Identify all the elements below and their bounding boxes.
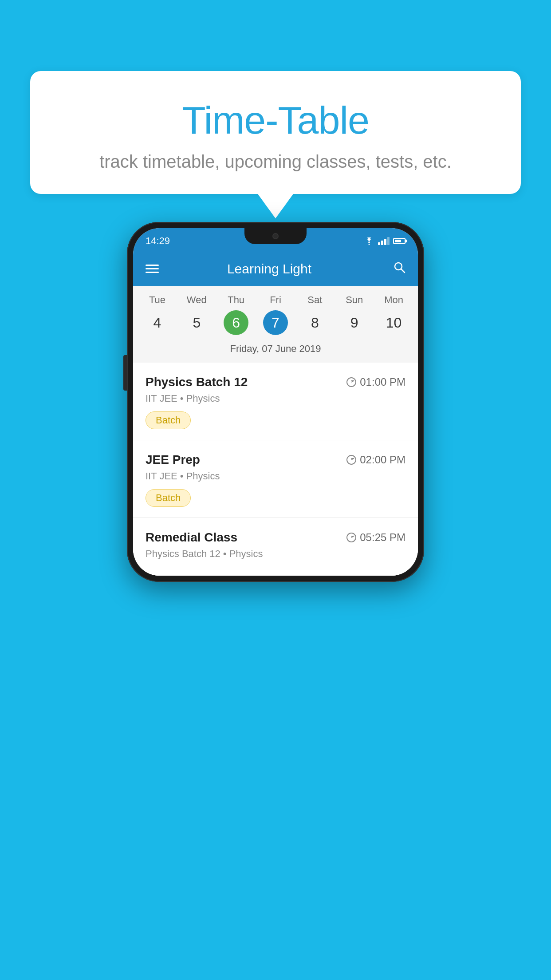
day-name: Fri (270, 294, 281, 306)
phone-device: 14:29 (127, 222, 424, 582)
day-column-fri[interactable]: Fri7 (256, 294, 295, 335)
day-column-sat[interactable]: Sat8 (295, 294, 335, 335)
calendar-section: Tue4Wed5Thu6Fri7Sat8Sun9Mon10 Friday, 07… (133, 286, 418, 363)
schedule-title: JEE Prep (146, 453, 200, 467)
schedule-list: Physics Batch 1201:00 PMIIT JEE • Physic… (133, 363, 418, 576)
search-button[interactable] (393, 261, 405, 277)
app-bar: Learning Light (133, 251, 418, 286)
schedule-item[interactable]: Remedial Class05:25 PMPhysics Batch 12 •… (133, 518, 418, 576)
day-column-wed[interactable]: Wed5 (177, 294, 216, 335)
day-name: Sun (346, 294, 363, 306)
day-number[interactable]: 10 (382, 310, 406, 335)
notch (244, 228, 307, 244)
day-name: Thu (228, 294, 244, 306)
schedule-title: Physics Batch 12 (146, 375, 248, 389)
day-number[interactable]: 8 (303, 310, 327, 335)
clock-icon (346, 533, 356, 542)
schedule-time: 01:00 PM (346, 376, 405, 388)
day-number[interactable]: 7 (263, 310, 288, 335)
wifi-icon (364, 237, 374, 245)
schedule-time-text: 05:25 PM (360, 531, 405, 544)
schedule-item-header: Physics Batch 1201:00 PM (146, 375, 405, 389)
svg-point-0 (369, 244, 370, 245)
clock-icon (346, 455, 356, 465)
speech-bubble-card: Time-Table track timetable, upcoming cla… (30, 71, 521, 194)
schedule-subtitle: IIT JEE • Physics (146, 393, 405, 404)
phone-mockup-container: 14:29 (30, 222, 521, 582)
selected-date-label: Friday, 07 June 2019 (133, 339, 418, 363)
schedule-subtitle: IIT JEE • Physics (146, 470, 405, 482)
batch-badge: Batch (146, 489, 191, 507)
status-time: 14:29 (146, 235, 170, 247)
phone-screen: 14:29 (133, 228, 418, 576)
schedule-item-header: JEE Prep02:00 PM (146, 453, 405, 467)
schedule-time: 02:00 PM (346, 454, 405, 466)
day-name: Sat (307, 294, 322, 306)
camera-dot (272, 233, 279, 239)
speech-bubble-title: Time-Table (48, 98, 503, 143)
day-column-tue[interactable]: Tue4 (138, 294, 177, 335)
app-title: Learning Light (146, 261, 393, 277)
schedule-time: 05:25 PM (346, 531, 405, 544)
day-name: Mon (384, 294, 403, 306)
batch-badge: Batch (146, 411, 191, 429)
status-bar: 14:29 (133, 228, 418, 251)
battery-icon (393, 238, 405, 244)
day-number[interactable]: 9 (342, 310, 367, 335)
schedule-title: Remedial Class (146, 530, 237, 545)
day-column-mon[interactable]: Mon10 (374, 294, 413, 335)
day-number[interactable]: 4 (145, 310, 169, 335)
schedule-item-header: Remedial Class05:25 PM (146, 530, 405, 545)
speech-bubble-subtitle: track timetable, upcoming classes, tests… (48, 152, 503, 172)
day-number[interactable]: 6 (224, 310, 248, 335)
day-name: Tue (149, 294, 165, 306)
days-row: Tue4Wed5Thu6Fri7Sat8Sun9Mon10 (133, 286, 418, 339)
day-name: Wed (187, 294, 207, 306)
clock-icon (346, 377, 356, 387)
schedule-item[interactable]: Physics Batch 1201:00 PMIIT JEE • Physic… (133, 363, 418, 440)
schedule-subtitle: Physics Batch 12 • Physics (146, 548, 405, 560)
day-column-sun[interactable]: Sun9 (335, 294, 374, 335)
schedule-time-text: 02:00 PM (360, 454, 405, 466)
signal-icon (378, 237, 390, 245)
schedule-item[interactable]: JEE Prep02:00 PMIIT JEE • PhysicsBatch (133, 440, 418, 518)
speech-bubble-arrow (258, 194, 293, 218)
day-column-thu[interactable]: Thu6 (216, 294, 256, 335)
schedule-time-text: 01:00 PM (360, 376, 405, 388)
speech-bubble-section: Time-Table track timetable, upcoming cla… (30, 71, 521, 218)
svg-line-2 (401, 269, 405, 273)
status-icons (364, 237, 405, 245)
day-number[interactable]: 5 (184, 310, 209, 335)
